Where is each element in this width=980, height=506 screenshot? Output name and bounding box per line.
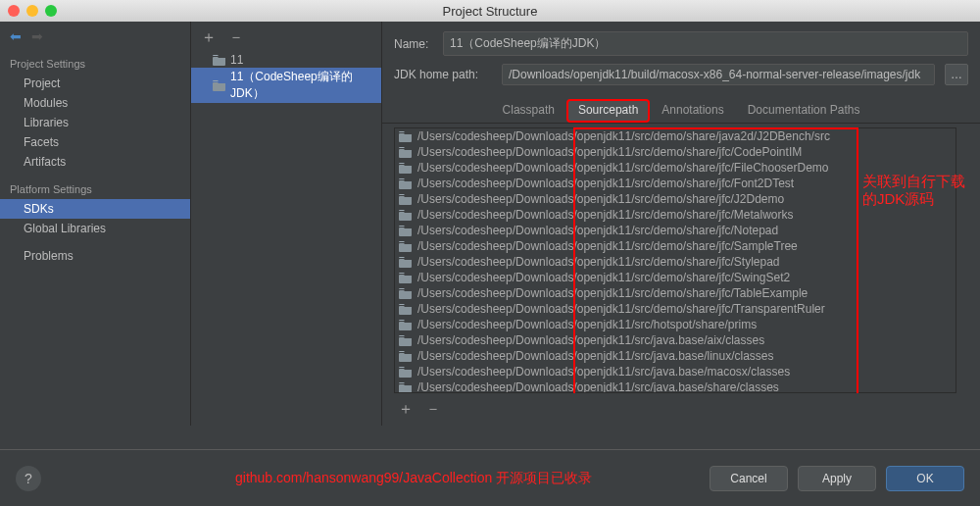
tab-sourcepath[interactable]: Sourcepath <box>566 99 650 123</box>
source-path: /Users/codesheep/Downloads/openjdk11/src… <box>417 177 794 190</box>
sidebar-item-modules[interactable]: Modules <box>0 93 190 113</box>
folder-icon <box>399 367 413 378</box>
folder-icon <box>399 178 413 189</box>
tab-documentation-paths[interactable]: Documentation Paths <box>736 99 872 123</box>
add-source-button[interactable]: ＋ <box>398 399 414 420</box>
source-path: /Users/codesheep/Downloads/openjdk11/src… <box>417 349 774 363</box>
folder-icon <box>399 147 413 158</box>
folder-icon <box>399 257 413 268</box>
source-row[interactable]: /Users/codesheep/Downloads/openjdk11/src… <box>395 348 956 364</box>
folder-icon <box>399 273 413 283</box>
apply-button[interactable]: Apply <box>798 466 876 491</box>
sidebar-item-facets[interactable]: Facets <box>0 132 190 152</box>
folder-icon <box>213 55 226 66</box>
remove-sdk-button[interactable]: － <box>228 27 244 48</box>
tab-classpath[interactable]: Classpath <box>491 99 566 123</box>
nav-back-icon[interactable]: ⬅ <box>10 28 22 44</box>
source-row[interactable]: /Users/codesheep/Downloads/openjdk11/src… <box>395 144 956 160</box>
folder-icon <box>399 382 413 393</box>
home-path-label: JDK home path: <box>394 68 492 81</box>
sidebar-item-problems[interactable]: Problems <box>0 246 190 266</box>
browse-home-button[interactable]: … <box>945 64 968 85</box>
source-path: /Users/codesheep/Downloads/openjdk11/src… <box>417 380 779 392</box>
details-panel: Name: 11（CodeSheep编译的JDK） JDK home path:… <box>382 22 980 426</box>
sdk-item[interactable]: 11（CodeSheep编译的JDK） <box>191 68 381 103</box>
folder-icon <box>213 80 226 91</box>
folder-icon <box>399 351 413 362</box>
sidebar: ⬅ ➡ Project SettingsProjectModulesLibrar… <box>0 22 191 426</box>
tab-annotations[interactable]: Annotations <box>650 99 735 123</box>
folder-icon <box>399 210 413 221</box>
source-path: /Users/codesheep/Downloads/openjdk11/src… <box>417 192 784 206</box>
sidebar-item-libraries[interactable]: Libraries <box>0 113 190 132</box>
remove-source-button[interactable]: － <box>425 399 441 420</box>
source-path: /Users/codesheep/Downloads/openjdk11/src… <box>417 239 798 253</box>
source-row[interactable]: /Users/codesheep/Downloads/openjdk11/src… <box>395 301 956 317</box>
source-row[interactable]: /Users/codesheep/Downloads/openjdk11/src… <box>395 364 956 380</box>
footer: ? github.com/hansonwang99/JavaCollection… <box>0 449 980 506</box>
sourcepath-list[interactable]: /Users/codesheep/Downloads/openjdk11/src… <box>394 127 956 393</box>
source-row[interactable]: /Users/codesheep/Downloads/openjdk11/src… <box>395 254 956 270</box>
sidebar-item-sdks[interactable]: SDKs <box>0 199 190 219</box>
section-title: Project Settings <box>0 54 190 74</box>
nav-forward-icon[interactable]: ➡ <box>31 28 43 44</box>
sdk-item[interactable]: 11 <box>191 52 381 68</box>
folder-icon <box>399 320 413 330</box>
folder-icon <box>399 131 413 142</box>
folder-icon <box>399 226 413 236</box>
source-path: /Users/codesheep/Downloads/openjdk11/src… <box>417 333 764 347</box>
source-path: /Users/codesheep/Downloads/openjdk11/src… <box>417 318 757 331</box>
help-button[interactable]: ? <box>16 466 41 491</box>
folder-icon <box>399 335 413 346</box>
sidebar-item-artifacts[interactable]: Artifacts <box>0 152 190 172</box>
source-row[interactable]: /Users/codesheep/Downloads/openjdk11/src… <box>395 223 956 238</box>
section-title: Platform Settings <box>0 179 190 199</box>
folder-icon <box>399 194 413 205</box>
source-row[interactable]: /Users/codesheep/Downloads/openjdk11/src… <box>395 332 956 348</box>
source-path: /Users/codesheep/Downloads/openjdk11/src… <box>417 145 802 159</box>
annotation-text: 关联到自行下载 的JDK源码 <box>862 173 965 208</box>
source-path: /Users/codesheep/Downloads/openjdk11/src… <box>417 129 830 143</box>
source-row[interactable]: /Users/codesheep/Downloads/openjdk11/src… <box>395 380 956 392</box>
sidebar-item-project[interactable]: Project <box>0 74 190 93</box>
source-path: /Users/codesheep/Downloads/openjdk11/src… <box>417 302 825 316</box>
folder-icon <box>399 304 413 315</box>
sdk-label: 11 <box>230 53 243 67</box>
add-sdk-button[interactable]: ＋ <box>201 27 217 48</box>
source-path: /Users/codesheep/Downloads/openjdk11/src… <box>417 161 829 175</box>
folder-icon <box>399 288 413 299</box>
footer-annotation: github.com/hansonwang99/JavaCollection 开… <box>235 470 592 487</box>
folder-icon <box>399 163 413 174</box>
folder-icon <box>399 241 413 252</box>
source-row[interactable]: /Users/codesheep/Downloads/openjdk11/src… <box>395 317 956 332</box>
cancel-button[interactable]: Cancel <box>710 466 788 491</box>
source-path: /Users/codesheep/Downloads/openjdk11/src… <box>417 208 794 222</box>
ok-button[interactable]: OK <box>886 466 964 491</box>
source-row[interactable]: /Users/codesheep/Downloads/openjdk11/src… <box>395 128 956 144</box>
titlebar: Project Structure <box>0 0 980 22</box>
home-path-field[interactable]: /Downloads/openjdk11/build/macosx-x86_64… <box>502 64 935 85</box>
sdk-list-panel: ＋ － 1111（CodeSheep编译的JDK） <box>191 22 382 426</box>
source-path: /Users/codesheep/Downloads/openjdk11/src… <box>417 286 808 300</box>
source-row[interactable]: /Users/codesheep/Downloads/openjdk11/src… <box>395 285 956 301</box>
source-row[interactable]: /Users/codesheep/Downloads/openjdk11/src… <box>395 238 956 254</box>
source-path: /Users/codesheep/Downloads/openjdk11/src… <box>417 365 790 379</box>
sidebar-item-global-libraries[interactable]: Global Libraries <box>0 219 190 238</box>
source-path: /Users/codesheep/Downloads/openjdk11/src… <box>417 255 780 269</box>
sdk-label: 11（CodeSheep编译的JDK） <box>230 69 381 102</box>
window-title: Project Structure <box>0 4 980 19</box>
source-path: /Users/codesheep/Downloads/openjdk11/src… <box>417 224 778 237</box>
name-field[interactable]: 11（CodeSheep编译的JDK） <box>443 31 968 56</box>
name-label: Name: <box>394 37 433 51</box>
scrollbar[interactable] <box>968 124 980 393</box>
source-path: /Users/codesheep/Downloads/openjdk11/src… <box>417 271 790 284</box>
source-row[interactable]: /Users/codesheep/Downloads/openjdk11/src… <box>395 270 956 285</box>
source-row[interactable]: /Users/codesheep/Downloads/openjdk11/src… <box>395 207 956 223</box>
